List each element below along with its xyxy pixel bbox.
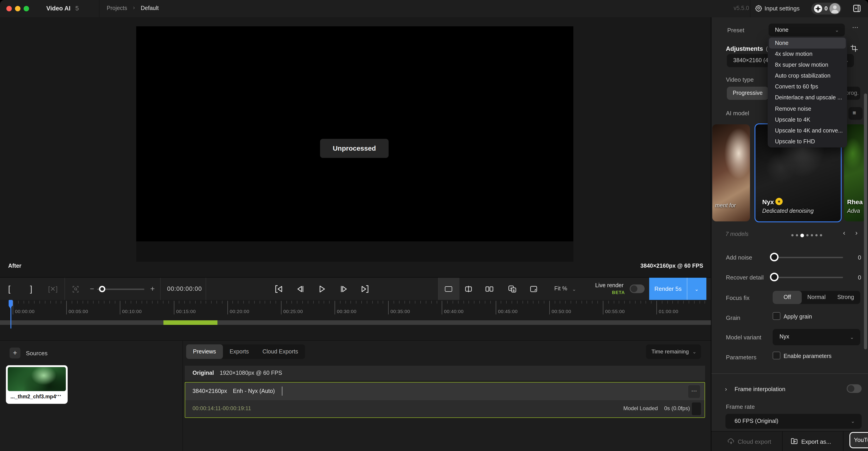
- model-card-previous[interactable]: ment for: [712, 124, 750, 221]
- original-row[interactable]: Original 1920×1080px @ 60 FPS: [185, 366, 705, 381]
- sort-dropdown[interactable]: Time remaining ⌄: [646, 344, 701, 359]
- tab-previews[interactable]: Previews: [186, 344, 223, 359]
- next-frame-icon[interactable]: [340, 285, 349, 294]
- export-target-tooltip[interactable]: YouTube: [849, 432, 868, 448]
- focus-fix-normal-button[interactable]: Normal: [802, 291, 831, 304]
- render-options-chevron-icon[interactable]: ⌄: [694, 286, 699, 292]
- tab-exports[interactable]: Exports: [223, 344, 256, 359]
- enable-parameters-checkbox[interactable]: [773, 352, 780, 359]
- zoom-in-icon[interactable]: +: [150, 285, 155, 294]
- go-to-end-icon[interactable]: [361, 285, 370, 294]
- avatar[interactable]: [829, 3, 840, 14]
- model-card-next[interactable]: Rhea Adva: [844, 124, 866, 221]
- previews-tab-bar: Previews Exports Cloud Exports: [186, 344, 305, 359]
- timeline-ruler[interactable]: 00:00:00 00:05:00 00:10:00 00:15:00 00:2…: [0, 300, 711, 320]
- minimize-window-button[interactable]: [15, 6, 21, 11]
- export-as-button[interactable]: Export as...: [801, 438, 831, 445]
- credits-pill[interactable]: 0: [811, 3, 841, 14]
- frame-view-icon[interactable]: [530, 285, 537, 293]
- zoom-out-icon[interactable]: −: [90, 285, 94, 293]
- fit-zoom-dropdown[interactable]: Fit %: [554, 285, 567, 292]
- job-menu-button[interactable]: ⋯: [688, 385, 700, 398]
- ab-compare-icon[interactable]: AB: [508, 285, 517, 293]
- render-button[interactable]: Render 5s ⌄: [649, 278, 706, 300]
- focus-fix-strong-button[interactable]: Strong: [831, 291, 860, 304]
- cloud-export-button[interactable]: Cloud export: [738, 438, 771, 445]
- go-to-start-icon[interactable]: [274, 285, 283, 294]
- recover-detail-knob[interactable]: [770, 273, 779, 281]
- menu-item-4x-slow-motion[interactable]: 4x slow motion: [769, 49, 846, 59]
- preset-dropdown[interactable]: None ⌄: [769, 24, 845, 36]
- view-single-button[interactable]: [437, 278, 459, 300]
- menu-item-upscale-4k-convert[interactable]: Upscale to 4K and conve...: [769, 125, 846, 136]
- video-type-progressive-button[interactable]: Progressive: [727, 87, 769, 100]
- job-status-row: 00:00:14:11-00:00:19:11 Model Loaded 0s …: [185, 400, 705, 417]
- add-noise-knob[interactable]: [770, 253, 779, 261]
- panel-scrollbar[interactable]: [864, 93, 867, 349]
- minor-tick: [372, 301, 372, 303]
- apply-grain-checkbox[interactable]: [773, 312, 780, 320]
- set-out-point-icon[interactable]: ]: [30, 278, 32, 300]
- frame-rate-dropdown[interactable]: 60 FPS (Original) ⌄: [725, 414, 862, 429]
- video-canvas[interactable]: Unprocessed: [136, 26, 574, 262]
- menu-item-convert-to-60fps[interactable]: Convert to 60 fps: [769, 82, 846, 92]
- split-view-icon[interactable]: [464, 285, 473, 293]
- preview-job-row[interactable]: 3840×2160px Enh - Nyx (Auto) ⋯ 00:00:14:…: [185, 382, 705, 418]
- minor-tick: [179, 301, 180, 303]
- minor-tick: [469, 301, 469, 303]
- minor-tick: [297, 301, 298, 303]
- render-button-label: Render 5s: [649, 285, 687, 292]
- video-type-partial-option[interactable]: prog.: [846, 90, 859, 96]
- preview-track[interactable]: [0, 320, 711, 325]
- minor-tick: [318, 301, 319, 303]
- minor-tick: [83, 301, 83, 303]
- menu-item-8x-super-slow-motion[interactable]: 8x super slow motion: [769, 59, 846, 70]
- minor-tick: [683, 301, 684, 303]
- menu-item-remove-noise[interactable]: Remove noise: [769, 103, 846, 114]
- minor-tick: [624, 301, 625, 303]
- preset-more-button[interactable]: ⋯: [852, 24, 859, 31]
- source-card[interactable]: ..._thm2_chf3.mp4 •••: [6, 365, 68, 404]
- breadcrumb-projects[interactable]: Projects: [107, 5, 127, 11]
- chevron-down-icon[interactable]: ⌄: [572, 286, 576, 292]
- toggle-panel-icon[interactable]: [852, 4, 861, 13]
- frame-interp-expand-icon[interactable]: ›: [725, 386, 727, 392]
- minor-tick: [200, 301, 201, 303]
- live-render-toggle[interactable]: [630, 285, 645, 293]
- app-version-number: 5: [75, 5, 79, 12]
- playhead-handle[interactable]: [9, 300, 13, 306]
- set-in-point-icon[interactable]: [: [8, 278, 10, 300]
- source-menu-icon[interactable]: •••: [56, 393, 62, 398]
- carousel-prev-icon[interactable]: ‹: [843, 229, 845, 236]
- side-by-side-icon[interactable]: [485, 285, 493, 293]
- model-list-view-button[interactable]: ≡: [848, 107, 863, 120]
- major-tick: [442, 301, 442, 315]
- menu-item-deinterlace-upscale[interactable]: Deinterlace and upscale ...: [769, 92, 846, 103]
- carousel-next-icon[interactable]: ›: [855, 229, 858, 236]
- menu-item-upscale-4k[interactable]: Upscale to 4K: [769, 114, 846, 125]
- menu-item-auto-crop-stabilization[interactable]: Auto crop stabilization: [769, 70, 846, 82]
- crop-icon[interactable]: [850, 44, 858, 52]
- tick-label: 00:45:00: [498, 309, 518, 314]
- menu-item-upscale-fhd[interactable]: Upscale to FHD: [769, 136, 846, 147]
- tab-cloud-exports[interactable]: Cloud Exports: [256, 344, 305, 359]
- zoom-window-button[interactable]: [24, 6, 29, 11]
- frame-interp-toggle[interactable]: [847, 384, 862, 393]
- model-variant-dropdown[interactable]: Nyx ⌄: [773, 329, 860, 345]
- input-settings-button[interactable]: Input settings: [765, 5, 800, 12]
- previous-frame-icon[interactable]: [296, 285, 305, 294]
- zoom-slider-knob[interactable]: [99, 286, 105, 292]
- add-source-button[interactable]: +: [9, 348, 21, 358]
- zoom-select-icon[interactable]: [72, 278, 80, 300]
- menu-item-none[interactable]: None: [769, 38, 846, 49]
- recover-detail-slider[interactable]: [773, 277, 843, 278]
- add-noise-slider[interactable]: [773, 257, 843, 258]
- chevron-down-icon: ⌄: [851, 418, 855, 424]
- minor-tick: [581, 301, 582, 303]
- focus-fix-off-button[interactable]: Off: [773, 291, 802, 304]
- close-window-button[interactable]: [6, 6, 12, 11]
- carousel-dots[interactable]: [782, 231, 832, 239]
- play-icon[interactable]: [317, 285, 327, 294]
- clear-trim-icon[interactable]: [✕]: [48, 278, 58, 300]
- tick-label: 00:15:00: [176, 309, 196, 314]
